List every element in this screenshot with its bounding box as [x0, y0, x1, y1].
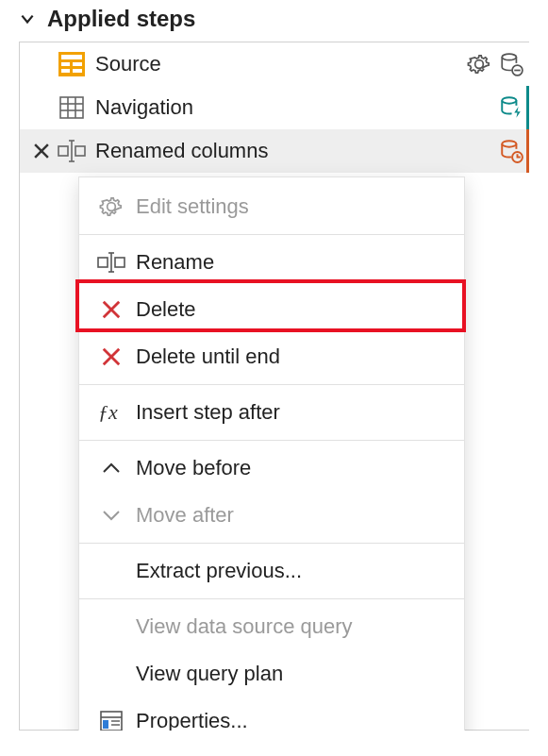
svg-rect-25	[115, 258, 125, 267]
database-clock-icon[interactable]	[499, 139, 523, 163]
svg-point-14	[502, 97, 516, 104]
svg-point-22	[502, 141, 516, 147]
menu-insert-step-after[interactable]: ƒx Insert step after	[79, 389, 464, 436]
svg-rect-17	[58, 146, 68, 156]
gear-icon[interactable]	[467, 52, 491, 76]
menu-rename[interactable]: Rename	[79, 239, 464, 286]
chevron-down-icon	[92, 508, 130, 523]
step-stripe	[526, 42, 529, 86]
rename-column-icon	[56, 139, 88, 163]
svg-rect-2	[61, 62, 70, 66]
menu-label: Insert step after	[136, 400, 280, 425]
gear-icon	[92, 194, 130, 219]
menu-separator	[79, 234, 464, 235]
step-label: Source	[95, 52, 467, 76]
fx-icon: ƒx	[92, 401, 130, 424]
section-title: Applied steps	[47, 6, 195, 32]
menu-view-query-plan[interactable]: View query plan	[79, 650, 464, 697]
step-row-source[interactable]: Source	[20, 42, 529, 86]
menu-label: Delete until end	[136, 344, 280, 369]
svg-rect-36	[103, 720, 108, 729]
rename-icon	[92, 252, 130, 273]
menu-label: Move after	[136, 503, 234, 528]
properties-icon	[92, 710, 130, 731]
step-label: Navigation	[95, 95, 499, 120]
menu-label: Edit settings	[136, 194, 249, 219]
menu-label: Extract previous...	[136, 559, 302, 583]
svg-rect-4	[61, 69, 70, 73]
svg-rect-9	[60, 97, 83, 118]
menu-label: View data source query	[136, 614, 353, 639]
menu-delete[interactable]: Delete	[79, 286, 464, 333]
database-bolt-icon[interactable]	[499, 95, 523, 120]
menu-separator	[79, 598, 464, 599]
step-row-navigation[interactable]: Navigation	[20, 86, 529, 129]
step-stripe	[526, 129, 529, 173]
menu-edit-settings: Edit settings	[79, 183, 464, 230]
delete-step-button[interactable]	[27, 141, 56, 161]
menu-separator	[79, 543, 464, 544]
delete-x-icon	[92, 346, 130, 367]
svg-rect-24	[98, 258, 108, 267]
svg-rect-1	[61, 55, 82, 59]
section-header[interactable]: Applied steps	[0, 0, 548, 38]
menu-delete-until-end[interactable]: Delete until end	[79, 333, 464, 380]
table-source-icon	[56, 52, 88, 76]
menu-label: Properties...	[136, 709, 248, 731]
applied-steps-panel: Source Navigation	[19, 42, 529, 731]
menu-label: Rename	[136, 250, 214, 275]
table-icon	[56, 95, 88, 120]
menu-label: Delete	[136, 297, 196, 322]
menu-properties[interactable]: Properties...	[79, 697, 464, 731]
menu-move-after: Move after	[79, 492, 464, 539]
svg-text:ƒx: ƒx	[98, 401, 118, 424]
step-label: Renamed columns	[95, 139, 499, 163]
menu-label: View query plan	[136, 662, 283, 686]
menu-move-before[interactable]: Move before	[79, 445, 464, 492]
svg-rect-3	[73, 62, 82, 66]
chevron-down-icon	[19, 10, 36, 27]
step-stripe	[526, 86, 529, 129]
svg-rect-5	[73, 69, 82, 73]
menu-separator	[79, 440, 464, 441]
svg-rect-18	[75, 146, 85, 156]
menu-label: Move before	[136, 456, 251, 480]
chevron-up-icon	[92, 461, 130, 476]
delete-x-icon	[92, 299, 130, 320]
menu-separator	[79, 384, 464, 385]
menu-view-data-source-query: View data source query	[79, 603, 464, 650]
menu-extract-previous[interactable]: Extract previous...	[79, 547, 464, 595]
database-minus-icon[interactable]	[499, 52, 523, 76]
svg-point-6	[502, 54, 516, 60]
step-row-renamed-columns[interactable]: Renamed columns	[20, 129, 529, 173]
context-menu: Edit settings Rename Delete Delete until…	[78, 176, 465, 731]
